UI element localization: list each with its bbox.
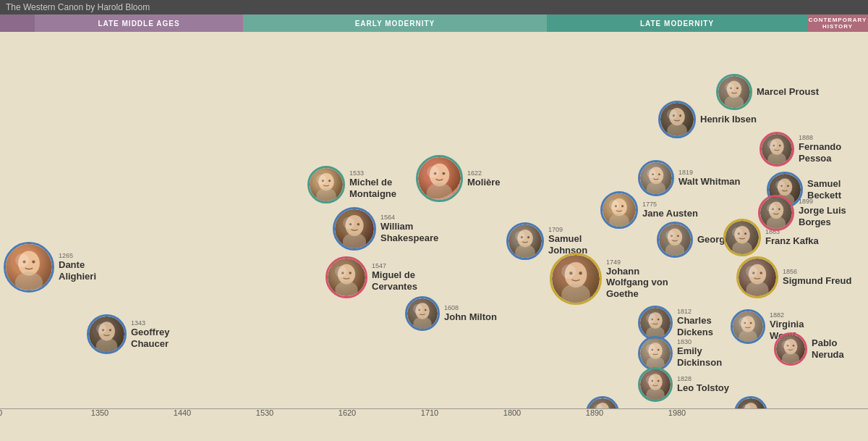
portrait-inner-milton — [407, 298, 438, 329]
author-year-montaigne: 1533 — [349, 169, 396, 177]
author-year-cervantes: 1547 — [372, 262, 417, 269]
timeline-tick: 1980 — [668, 408, 686, 417]
author-year-dickens: 1812 — [677, 308, 713, 315]
svg-point-46 — [651, 319, 653, 321]
main-canvas: 1265Dante Alighieri 1343Geoffrey Chaucer… — [0, 32, 868, 408]
author-freud[interactable]: 1856Sigmund Freud — [736, 256, 851, 298]
era-bar: Late Middle Ages Early Modernity Late Mo… — [0, 14, 868, 32]
author-wordsworth[interactable]: William Wordsworth — [586, 396, 714, 408]
svg-point-100 — [744, 403, 758, 408]
author-dickinson[interactable]: 1830Emily Dickinson — [638, 336, 722, 371]
author-info-ibsen: Henrik Ibsen — [700, 114, 757, 125]
svg-point-49 — [665, 243, 684, 256]
portrait-inner-dickinson — [640, 338, 671, 369]
portrait-inner-ibsen — [660, 103, 694, 136]
portrait-inner-wordsworth — [588, 398, 617, 408]
author-year-moliere: 1622 — [467, 169, 501, 177]
era-theocratic — [0, 14, 35, 32]
author-moliere[interactable]: 1622Molière — [416, 155, 501, 202]
author-dickens[interactable]: 1812Charles Dickens — [638, 306, 713, 340]
author-portrait-milton — [405, 296, 440, 331]
author-goethe[interactable]: 1749Johann Wolfgang von Goethe — [550, 253, 668, 305]
svg-point-81 — [746, 281, 768, 296]
svg-point-78 — [773, 145, 775, 147]
author-year-dickinson: 1830 — [677, 338, 722, 345]
author-montaigne[interactable]: 1533Michel de Montaigne — [307, 166, 396, 203]
author-year-whitman: 1819 — [678, 169, 740, 176]
timeline-tick: 0 — [0, 408, 2, 417]
author-shakespeare[interactable]: 1564William Shakespeare — [333, 207, 438, 251]
title-bar: The Western Canon by Harold Bloom — [0, 0, 868, 14]
portrait-inner-austen — [603, 193, 636, 227]
timeline-tick: 1440 — [174, 408, 191, 417]
author-borges[interactable]: 1899Jorge Luis Borges — [758, 195, 868, 231]
portrait-inner-goethe — [552, 255, 600, 303]
author-pessoa[interactable]: 1888Fernando Pessoa — [760, 132, 841, 167]
svg-point-35 — [579, 272, 582, 274]
author-name-goethe: Johann Wolfgang von Goethe — [606, 266, 668, 300]
svg-point-23 — [442, 172, 445, 175]
author-portrait-shakespeare — [333, 207, 376, 251]
svg-point-1 — [15, 272, 43, 290]
svg-point-95 — [793, 345, 795, 347]
svg-point-17 — [335, 281, 357, 296]
era-late-modern: Late Modernity — [547, 14, 807, 32]
portrait-inner-shakespeare — [335, 209, 374, 248]
author-name-dante: Dante Alighieri — [59, 259, 96, 282]
author-name-kafka: Franz Kafka — [765, 235, 819, 247]
author-year-johnson: 1709 — [548, 226, 587, 233]
timeline-tick: 1710 — [421, 408, 438, 417]
author-proust[interactable]: Marcel Proust — [716, 74, 819, 110]
author-name-dickinson: Emily Dickinson — [677, 345, 722, 368]
author-name-shakespeare: William Shakespeare — [380, 221, 438, 243]
portrait-inner-whitman — [640, 162, 672, 194]
svg-point-62 — [673, 114, 675, 117]
author-portrait-goethe — [550, 253, 602, 305]
author-name-pessoa: Fernando Pessoa — [799, 141, 841, 164]
portrait-inner-neruda — [776, 335, 805, 364]
portrait-inner-dickens — [640, 308, 671, 338]
author-neruda[interactable]: Pablo Neruda — [774, 332, 868, 366]
author-info-dickens: 1812Charles Dickens — [677, 308, 713, 337]
author-milton[interactable]: 1608John Milton — [405, 296, 497, 331]
author-portrait-whitman — [638, 160, 674, 196]
author-name-moliere: Molière — [467, 177, 501, 188]
author-portrait-borges — [758, 195, 794, 231]
author-name-dickens: Charles Dickens — [677, 315, 713, 337]
author-info-goethe: 1749Johann Wolfgang von Goethe — [606, 259, 668, 300]
author-joyce[interactable]: James Joyce — [734, 396, 830, 408]
author-chaucer[interactable]: 1343Geoffrey Chaucer — [87, 314, 169, 354]
author-portrait-neruda — [774, 332, 807, 366]
author-whitman[interactable]: 1819Walt Whitman — [638, 160, 740, 196]
era-late-middle: Late Middle Ages — [35, 14, 243, 32]
author-info-freud: 1856Sigmund Freud — [783, 268, 851, 287]
author-year-pessoa: 1888 — [799, 134, 841, 141]
portrait-inner-borges — [760, 197, 792, 229]
timeline-tick: 1350 — [91, 408, 109, 417]
author-portrait-austen — [600, 191, 638, 229]
svg-point-87 — [787, 185, 789, 187]
svg-point-43 — [658, 173, 660, 175]
portrait-inner-proust — [718, 76, 750, 108]
author-info-cervantes: 1547Miguel de Cervantes — [372, 262, 417, 292]
author-dante[interactable]: 1265Dante Alighieri — [4, 242, 96, 293]
svg-point-3 — [32, 260, 35, 263]
author-portrait-dante — [4, 242, 54, 293]
timeline-tick: 1530 — [256, 408, 273, 417]
author-portrait-wordsworth — [586, 396, 619, 408]
author-portrait-eliot — [657, 222, 693, 258]
author-year-dante: 1265 — [59, 252, 96, 259]
svg-point-73 — [739, 329, 757, 342]
portrait-inner-chaucer — [89, 316, 124, 352]
svg-point-79 — [779, 145, 781, 147]
svg-point-34 — [569, 272, 572, 274]
svg-point-19 — [349, 272, 351, 274]
svg-point-13 — [343, 232, 366, 248]
author-name-austen: Jane Austen — [642, 208, 698, 219]
svg-point-66 — [738, 232, 740, 235]
author-info-montaigne: 1533Michel de Montaigne — [349, 169, 396, 199]
svg-point-11 — [328, 180, 331, 182]
author-cervantes[interactable]: 1547Miguel de Cervantes — [326, 256, 417, 298]
timeline-tick: 1800 — [503, 408, 521, 417]
author-year-austen: 1775 — [642, 201, 698, 208]
